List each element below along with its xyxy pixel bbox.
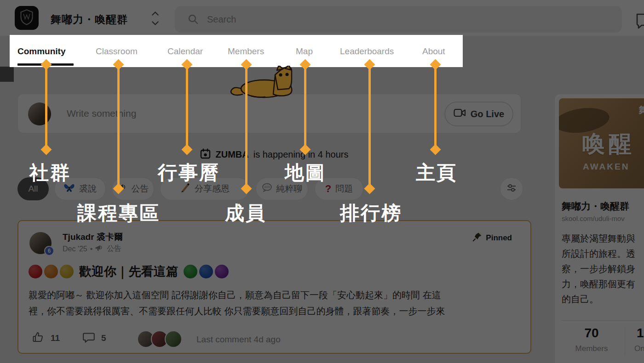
cat-sticker: [227, 66, 305, 102]
tab-members[interactable]: Members: [228, 46, 264, 57]
tab-about[interactable]: About: [422, 46, 445, 57]
tab-leaderboards[interactable]: Leaderboards: [340, 46, 394, 57]
nav-bar: Community Classroom Calendar Members Map…: [10, 35, 463, 67]
active-tab-underline: [17, 63, 74, 66]
skool-community-page: 舞嘟力・喚醒群 Search Write something Go Live: [0, 0, 644, 363]
tab-map[interactable]: Map: [296, 46, 313, 57]
tab-classroom[interactable]: Classroom: [96, 46, 138, 57]
tab-calendar[interactable]: Calendar: [167, 46, 203, 57]
tab-community[interactable]: Community: [17, 46, 66, 57]
